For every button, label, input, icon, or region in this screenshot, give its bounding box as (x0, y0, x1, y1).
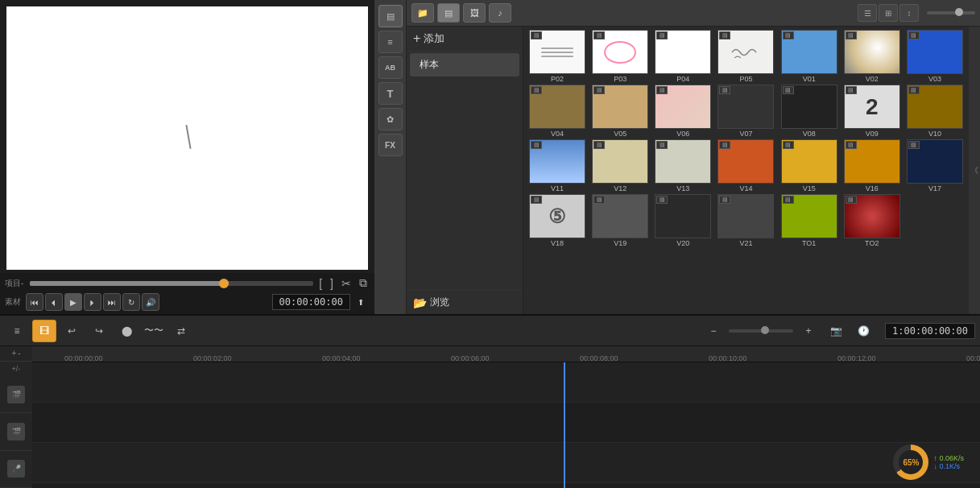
ruler-mark: 00:00:02;00 (193, 354, 232, 362)
video-tab[interactable]: ▤ (437, 3, 460, 23)
color-btn[interactable]: ⬤ (114, 320, 139, 342)
list-item[interactable]: ▤ V12 (589, 139, 651, 192)
time-adjust-btn[interactable]: ⬆ (352, 293, 370, 311)
image-tab[interactable]: 🖼 (463, 3, 486, 23)
add-icon: + (413, 31, 420, 46)
title-tool-btn[interactable]: T (378, 82, 403, 105)
list-item[interactable]: ▤ TO2 (841, 194, 903, 247)
thumb-V16: ▤ (844, 139, 900, 184)
track-1-icon[interactable]: 🎬 (7, 386, 25, 403)
track-row-3 (32, 443, 980, 483)
track-3-icon[interactable]: 🎤 (7, 460, 25, 478)
thumb-V17: ▤ (907, 139, 963, 184)
list-item[interactable]: ▤ V19 (589, 194, 651, 247)
progress-bar-container: 项目- [ ] ✂ ⧉ (5, 276, 370, 290)
remove-track-btn[interactable]: - (18, 349, 20, 358)
category-sample[interactable]: 样本 (410, 53, 519, 77)
transitions-btn[interactable]: ⇄ (169, 320, 193, 342)
clock-btn[interactable]: 🕐 (851, 320, 875, 342)
preview-controls: 项目- [ ] ✂ ⧉ 素材 ⏮ ⏴ ▶ ⏵ ⏭ ↻ 🔊 00:00:00:00 (0, 273, 374, 314)
list-item[interactable]: ▤ V08 (779, 85, 840, 138)
list-item[interactable]: ▤ V04 (527, 85, 588, 138)
progress-bar[interactable] (30, 281, 313, 286)
audio-tab[interactable]: ♪ (489, 3, 511, 23)
list-item[interactable]: ▤ V11 (527, 139, 588, 192)
list-item[interactable]: ▤ V15 (779, 139, 840, 192)
add-label[interactable]: 添加 (424, 31, 445, 46)
browse-label[interactable]: 浏览 (430, 296, 449, 309)
list-item[interactable]: ▤ V05 (589, 85, 651, 138)
thumb-V05: ▤ (592, 85, 648, 129)
collapse-btn[interactable]: 《 (969, 27, 980, 314)
top-section: 项目- [ ] ✂ ⧉ 素材 ⏮ ⏴ ▶ ⏵ ⏭ ↻ 🔊 00:00:00:00 (0, 0, 980, 314)
track-select-btn[interactable]: 🎞 (32, 320, 56, 342)
list-item[interactable]: ▤ P05 (715, 30, 776, 83)
bracket-left[interactable]: [ (316, 277, 325, 290)
next-frame-btn[interactable]: ⏵ (84, 293, 101, 311)
add-track-btn[interactable]: + (11, 349, 16, 358)
ruler-mark: 00:00:06;00 (451, 354, 490, 362)
ruler-controls: + - (0, 346, 32, 362)
media-grid-area: ▤ P02 ▤ (523, 27, 969, 314)
list-view-btn[interactable]: ☰ (858, 4, 877, 22)
zoom-out-btn[interactable]: − (701, 320, 726, 342)
list-item[interactable]: ▤ V07 (715, 85, 776, 138)
list-item[interactable]: ▤ V06 (652, 85, 713, 138)
thumb-V02: ▤ (844, 30, 900, 74)
list-item[interactable]: ▤ 2 V09 (841, 85, 903, 138)
video-tool-btn[interactable]: ▤ (378, 5, 403, 27)
media-grid: ▤ P02 ▤ (527, 30, 966, 247)
list-item[interactable]: ▤ V02 (841, 30, 903, 83)
effects-tool-btn[interactable]: ✿ (378, 108, 403, 130)
bracket-right[interactable]: ] (328, 277, 336, 290)
folder-tab[interactable]: 📁 (411, 3, 434, 23)
sort-btn[interactable]: ↕ (899, 4, 919, 22)
fx-tool-btn[interactable]: FX (378, 134, 403, 156)
loop-btn[interactable]: ↻ (122, 293, 140, 311)
cut-btn[interactable]: ✂ (339, 277, 354, 290)
track-2-icon[interactable]: 🎬 (7, 423, 25, 440)
list-item[interactable]: ▤ TO1 (779, 194, 840, 247)
list-item[interactable]: ▤ ⑤ V18 (527, 194, 588, 247)
list-item[interactable]: ▤ P04 (652, 30, 713, 83)
zoom-slider[interactable] (927, 11, 975, 14)
list-item[interactable]: ▤ V16 (841, 139, 903, 192)
text-tool-btn[interactable]: AB (378, 56, 403, 79)
prev-frame-btn[interactable]: ⏴ (45, 293, 63, 311)
play-btn[interactable]: ▶ (64, 293, 82, 311)
grid-view-btn[interactable]: ⊞ (879, 4, 898, 22)
thumb-V11: ▤ (529, 139, 585, 184)
timeline-ruler: 00:00:00;00 00:00:02;00 00:00:04;00 00:0… (32, 346, 980, 362)
zoom-in-btn[interactable]: + (796, 320, 821, 342)
zoom-bar-thumb (761, 326, 769, 334)
zoom-bar[interactable] (729, 329, 793, 333)
timeline-toggle-btn[interactable]: ≡ (5, 320, 29, 342)
thumb-P03: ▤ (592, 30, 648, 74)
list-item[interactable]: ▤ (652, 194, 713, 247)
list-item[interactable]: ▤ P02 (527, 30, 588, 83)
undo-btn[interactable]: ↩ (60, 320, 84, 342)
track-adjust-label: +/- (12, 365, 21, 373)
list-item[interactable]: ▤ V13 (652, 139, 713, 192)
snapshot-btn[interactable]: 📷 (824, 320, 848, 342)
volume-btn[interactable]: 🔊 (142, 293, 159, 311)
ruler-mark: 00:00:00;00 (64, 354, 103, 362)
thumb-TO2: ▤ (844, 194, 900, 238)
list-item[interactable]: ▤ V10 (904, 85, 966, 138)
prev-start-btn[interactable]: ⏮ (26, 293, 43, 311)
list-item[interactable]: ▤ V17 (904, 139, 966, 192)
next-end-btn[interactable]: ⏭ (103, 293, 121, 311)
redo-btn[interactable]: ↪ (87, 320, 111, 342)
ruler-mark: 00:00:10;00 (709, 354, 747, 362)
list-item[interactable]: ▤ V03 (904, 30, 966, 83)
audio-tool-btn[interactable]: ≡ (378, 31, 403, 53)
copy-btn[interactable]: ⧉ (357, 276, 370, 290)
audio-waves-btn[interactable]: 〜〜 (142, 320, 166, 342)
thumb-P02: ▤ (529, 30, 585, 74)
list-item[interactable]: ▤ V01 (779, 30, 840, 83)
list-item[interactable]: ▤ V14 (715, 139, 776, 192)
list-item[interactable]: ▤ P03 (589, 30, 651, 83)
thumb-V07: ▤ (717, 85, 774, 129)
list-item[interactable]: ▤ V21 (715, 194, 776, 247)
network-circle: 65% (893, 445, 928, 480)
